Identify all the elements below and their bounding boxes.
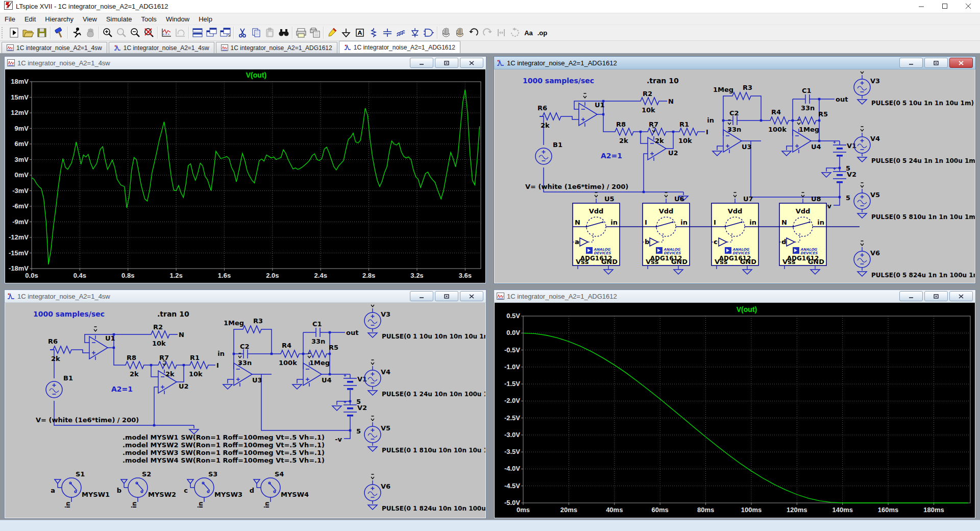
svg-text:N: N bbox=[781, 219, 787, 226]
save-button[interactable] bbox=[35, 26, 48, 39]
mirror-button[interactable] bbox=[494, 26, 508, 39]
schematic-window-icon bbox=[7, 293, 15, 300]
mdi-area: 1C integrator_noise_A2=1_4sw 0.0s0.4s0.8… bbox=[0, 54, 980, 531]
tab-plot-4sw[interactable]: 1C integrator_noise_A2=1_4sw bbox=[2, 42, 107, 53]
child-minimize-button[interactable] bbox=[899, 291, 923, 301]
svg-text:c: c bbox=[714, 238, 718, 246]
tile-horizontal-button[interactable] bbox=[190, 26, 204, 39]
tab-plot-adg1612[interactable]: 1C integrator_noise_A2=1_ADG1612 bbox=[216, 42, 337, 53]
find-button[interactable] bbox=[277, 26, 290, 39]
spice-directive-button[interactable]: .op bbox=[535, 26, 549, 39]
waveform-pane-4sw[interactable]: 0.0s0.4s0.8s1.2s1.6s2.0s2.4s2.8s3.2s3.6s… bbox=[5, 69, 485, 283]
svg-text:6mV: 6mV bbox=[15, 140, 29, 148]
print-preview-button[interactable] bbox=[308, 26, 322, 39]
cascade-windows-button[interactable] bbox=[218, 26, 232, 39]
app-minimize-button[interactable] bbox=[910, 0, 933, 13]
child-close-button[interactable] bbox=[460, 58, 483, 68]
text-tool-button[interactable]: Aa bbox=[522, 26, 535, 39]
undo-button[interactable] bbox=[467, 26, 480, 39]
svg-text:MYSW4: MYSW4 bbox=[281, 491, 309, 498]
menu-file[interactable]: File bbox=[0, 14, 20, 25]
child-restore-button[interactable] bbox=[924, 58, 948, 68]
svg-text:V3: V3 bbox=[870, 77, 880, 85]
child-close-button[interactable] bbox=[949, 58, 973, 68]
zoom-full-extents-button[interactable] bbox=[142, 26, 156, 39]
svg-text:U1: U1 bbox=[105, 334, 115, 342]
svg-text:-2.0V: -2.0V bbox=[504, 397, 520, 404]
schematic-canvas-adg1612[interactable]: 1000 samples/sec .tran 10 bbox=[495, 69, 975, 283]
child-minimize-button[interactable] bbox=[899, 58, 923, 68]
inductor-tool-button[interactable] bbox=[394, 26, 408, 39]
window-titlebar[interactable]: 1C integrator_noise_A2=1_4sw bbox=[5, 290, 486, 303]
window-plot-4sw[interactable]: 1C integrator_noise_A2=1_4sw 0.0s0.4s0.8… bbox=[4, 56, 486, 284]
window-schematic-4sw[interactable]: 1C integrator_noise_A2=1_4sw 1000 sample… bbox=[4, 289, 486, 519]
run-button[interactable] bbox=[69, 26, 83, 39]
svg-text:I: I bbox=[216, 361, 219, 369]
menu-view[interactable]: View bbox=[78, 14, 102, 25]
child-restore-button[interactable] bbox=[435, 291, 458, 301]
app-close-button[interactable] bbox=[957, 0, 980, 13]
zoom-out-button[interactable] bbox=[128, 26, 142, 39]
child-close-button[interactable] bbox=[460, 291, 483, 301]
svg-text:GND: GND bbox=[740, 258, 757, 266]
control-panel-hammer-button[interactable] bbox=[52, 26, 66, 39]
svg-text:9mV: 9mV bbox=[15, 125, 29, 132]
svg-text:0ms: 0ms bbox=[517, 506, 530, 514]
move-tool-button[interactable] bbox=[439, 26, 453, 39]
svg-text:-6mV: -6mV bbox=[12, 202, 29, 210]
tab-schematic-4sw[interactable]: 1C integrator_noise_A2=1_4sw bbox=[109, 42, 214, 53]
svg-text:GND: GND bbox=[671, 258, 688, 266]
directive-sam: 1000 samples/sec bbox=[33, 310, 105, 318]
waveform-pane-adg1612[interactable]: 0ms20ms40ms60ms80ms100ms120ms140ms160ms1… bbox=[495, 303, 975, 518]
edit-pencil-button[interactable] bbox=[325, 26, 339, 39]
window-titlebar[interactable]: 1C integrator_noise_A2=1_4sw bbox=[5, 57, 486, 69]
child-minimize-button[interactable] bbox=[410, 58, 433, 68]
child-restore-button[interactable] bbox=[924, 291, 948, 301]
window-plot-adg1612[interactable]: 1C integrator_noise_A2=1_ADG1612 0ms20ms… bbox=[494, 289, 976, 519]
svg-text:PULSE(0 1 24u 10n 10n 100u 1m): PULSE(0 1 24u 10n 10n 100u 1m) bbox=[382, 391, 485, 398]
child-restore-button[interactable] bbox=[435, 58, 458, 68]
zoom-in-button[interactable] bbox=[101, 26, 114, 39]
toolbar-grip bbox=[2, 27, 6, 38]
svg-text:I: I bbox=[706, 128, 708, 136]
halt-button[interactable] bbox=[83, 26, 97, 39]
window-titlebar[interactable]: 1C integrator_noise_A2=1_ADG1612 bbox=[494, 57, 975, 69]
svg-text:V= (white (1e6*time) / 200): V= (white (1e6*time) / 200) bbox=[525, 183, 628, 190]
app-maximize-button[interactable] bbox=[933, 0, 957, 13]
zoom-back-button[interactable] bbox=[114, 26, 128, 39]
menu-simulate[interactable]: Simulate bbox=[102, 14, 137, 25]
print-button[interactable] bbox=[294, 26, 308, 39]
tile-vertical-button[interactable] bbox=[204, 26, 218, 39]
svg-text:33n: 33n bbox=[311, 337, 325, 345]
menu-hierarchy[interactable]: Hierarchy bbox=[40, 14, 78, 25]
rotate-button[interactable] bbox=[508, 26, 522, 39]
svg-text:R6: R6 bbox=[537, 104, 547, 112]
child-close-button[interactable] bbox=[949, 291, 973, 301]
capacitor-tool-button[interactable] bbox=[380, 26, 394, 39]
svg-text:2k: 2k bbox=[541, 122, 550, 129]
menu-window[interactable]: Window bbox=[161, 14, 194, 25]
diode-tool-button[interactable] bbox=[408, 26, 422, 39]
menu-help[interactable]: Help bbox=[194, 14, 217, 25]
open-file-button[interactable] bbox=[21, 26, 35, 39]
paste-button[interactable] bbox=[263, 26, 277, 39]
schematic-canvas-4sw[interactable]: 1000 samples/sec .tran 10 bbox=[5, 303, 485, 518]
cut-button[interactable] bbox=[235, 26, 249, 39]
tab-schematic-adg1612[interactable]: 1C integrator_noise_A2=1_ADG1612 bbox=[339, 41, 460, 53]
menu-edit[interactable]: Edit bbox=[20, 14, 40, 25]
net-label-button[interactable]: A bbox=[353, 26, 366, 39]
menu-tools[interactable]: Tools bbox=[137, 14, 161, 25]
window-titlebar[interactable]: 1C integrator_noise_A2=1_ADG1612 bbox=[494, 290, 975, 303]
adg1612-u5: U5 Vdd N in a ANALOGDEVICES ADG1612 Vss … bbox=[573, 192, 653, 274]
new-schematic-button[interactable] bbox=[7, 26, 21, 39]
resistor-tool-button[interactable] bbox=[366, 26, 380, 39]
efficiency-report-button[interactable] bbox=[173, 26, 187, 39]
redo-button[interactable] bbox=[480, 26, 494, 39]
drag-tool-button[interactable] bbox=[453, 26, 467, 39]
copy-button[interactable] bbox=[249, 26, 263, 39]
window-schematic-adg1612[interactable]: 1C integrator_noise_A2=1_ADG1612 1000 sa… bbox=[494, 56, 976, 284]
child-minimize-button[interactable] bbox=[410, 291, 433, 301]
component-tool-button[interactable] bbox=[422, 26, 435, 39]
autorange-plot-button[interactable] bbox=[159, 26, 173, 39]
ground-symbol-button[interactable] bbox=[339, 26, 353, 39]
